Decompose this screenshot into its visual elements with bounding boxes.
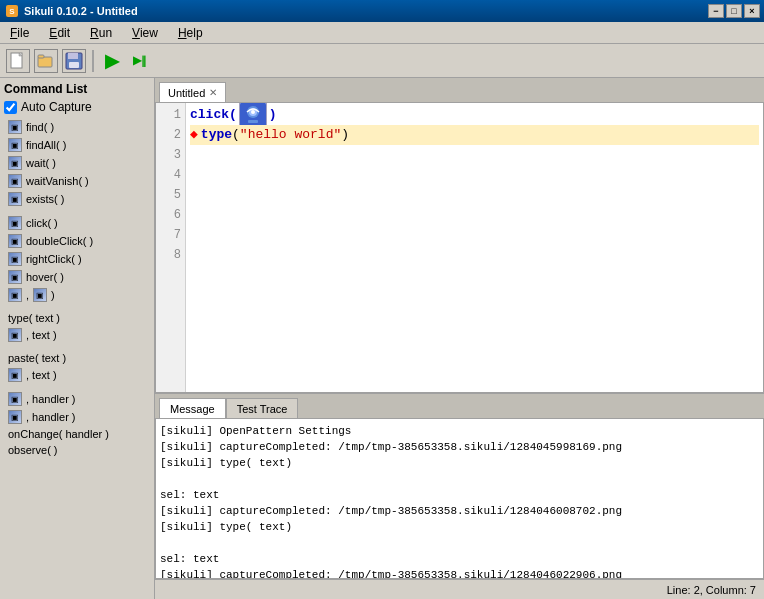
log-line-5: sel: text: [160, 487, 759, 503]
sidebar-item-onchange[interactable]: onChange( handler ): [4, 426, 150, 442]
doubleclick-icon: ▣: [8, 234, 22, 248]
code-line-2: ◆ type("hello world"): [190, 125, 759, 145]
tab-label: Untitled: [168, 87, 205, 99]
menu-help[interactable]: Help: [172, 24, 209, 42]
svg-text:S: S: [9, 7, 15, 16]
sidebar-item-onappear[interactable]: ▣ , handler ): [4, 390, 150, 408]
log-line-1: [sikuli] OpenPattern Settings: [160, 423, 759, 439]
sidebar-item-paste-text[interactable]: paste( text ): [4, 350, 150, 366]
code-line-1: click( ): [190, 105, 759, 125]
log-line-2: [sikuli] captureCompleted: /tmp/tmp-3856…: [160, 439, 759, 455]
sidebar: Command List Auto Capture ▣ find( ) ▣ fi…: [0, 78, 155, 599]
log-tab-testtrace[interactable]: Test Trace: [226, 398, 299, 418]
minimize-button[interactable]: −: [708, 4, 724, 18]
sidebar-type-img-label: , text ): [26, 329, 57, 341]
sidebar-item-type-text[interactable]: type( text ): [4, 310, 150, 326]
code-type-string: "hello world": [240, 125, 341, 145]
window-title: Sikuli 0.10.2 - Untitled: [24, 5, 138, 17]
tab-close-icon[interactable]: ✕: [209, 87, 217, 98]
sidebar-waitvanish-label: waitVanish( ): [26, 175, 89, 187]
sidebar-item-paste-img[interactable]: ▣ , text ): [4, 366, 150, 384]
log-line-3: [sikuli] type( text): [160, 455, 759, 471]
log-line-10: [sikuli] captureCompleted: /tmp/tmp-3856…: [160, 567, 759, 579]
status-bar: Line: 2, Column: 7: [155, 579, 764, 599]
onappear-icon: ▣: [8, 392, 22, 406]
sidebar-item-dragdrop[interactable]: ▣ , ▣ ): [4, 286, 150, 304]
svg-point-12: [251, 110, 255, 114]
sidebar-observe-label: observe( ): [8, 444, 58, 456]
find-icon: ▣: [8, 120, 22, 134]
open-button[interactable]: [34, 49, 58, 73]
auto-capture-check[interactable]: [4, 101, 17, 114]
onvanish-icon: ▣: [8, 410, 22, 424]
log-line-8: [160, 535, 759, 551]
log-tab-message[interactable]: Message: [159, 398, 226, 418]
line-num-1: 1: [174, 105, 181, 125]
window-controls[interactable]: − □ ×: [708, 4, 760, 18]
sidebar-item-wait[interactable]: ▣ wait( ): [4, 154, 150, 172]
sidebar-item-findall[interactable]: ▣ findAll( ): [4, 136, 150, 154]
code-type-keyword: type: [201, 125, 232, 145]
code-line-3: [190, 145, 759, 165]
dragdrop-icon1: ▣: [8, 288, 22, 302]
app-icon: S: [4, 3, 20, 19]
type-img-icon: ▣: [8, 328, 22, 342]
log-content[interactable]: [sikuli] OpenPattern Settings [sikuli] c…: [155, 418, 764, 579]
line-numbers: 1 2 3 4 5 6 7 8: [156, 103, 186, 392]
menu-bar: File Edit Run View Help: [0, 22, 764, 44]
sidebar-item-rightclick[interactable]: ▣ rightClick( ): [4, 250, 150, 268]
save-button[interactable]: [62, 49, 86, 73]
waitvanish-icon: ▣: [8, 174, 22, 188]
sidebar-item-doubleclick[interactable]: ▣ doubleClick( ): [4, 232, 150, 250]
new-button[interactable]: [6, 49, 30, 73]
editor-panel: Untitled ✕ 1 2 3 4 5 6 7 8: [155, 78, 764, 394]
editor-tab-untitled[interactable]: Untitled ✕: [159, 82, 226, 102]
code-editor[interactable]: 1 2 3 4 5 6 7 8 click(: [155, 102, 764, 393]
code-type-close: ): [341, 125, 349, 145]
hover-icon: ▣: [8, 270, 22, 284]
sidebar-hover-label: hover( ): [26, 271, 64, 283]
sidebar-item-find[interactable]: ▣ find( ): [4, 118, 150, 136]
sidebar-title: Command List: [4, 82, 150, 96]
sidebar-onvanish-label: , handler ): [26, 411, 76, 423]
sidebar-exists-label: exists( ): [26, 193, 65, 205]
title-bar: S Sikuli 0.10.2 - Untitled − □ ×: [0, 0, 764, 22]
sidebar-rightclick-label: rightClick( ): [26, 253, 82, 265]
toolbar-separator-1: [92, 50, 94, 72]
sidebar-item-hover[interactable]: ▣ hover( ): [4, 268, 150, 286]
toolbar: ▶ ▶‖: [0, 44, 764, 78]
log-line-7: [sikuli] type( text): [160, 519, 759, 535]
code-line-5: [190, 185, 759, 205]
sidebar-findall-label: findAll( ): [26, 139, 66, 151]
sidebar-item-click[interactable]: ▣ click( ): [4, 214, 150, 232]
log-tab-bar: Message Test Trace: [155, 394, 764, 418]
sidebar-item-onvanish[interactable]: ▣ , handler ): [4, 408, 150, 426]
code-line-6: [190, 205, 759, 225]
paste-img-icon: ▣: [8, 368, 22, 382]
menu-edit[interactable]: Edit: [43, 24, 76, 42]
code-type-paren: (: [232, 125, 240, 145]
maximize-button[interactable]: □: [726, 4, 742, 18]
wait-icon: ▣: [8, 156, 22, 170]
line-num-2: 2: [174, 125, 181, 145]
menu-run[interactable]: Run: [84, 24, 118, 42]
sidebar-item-type-img[interactable]: ▣ , text ): [4, 326, 150, 344]
log-line-4: [160, 471, 759, 487]
sidebar-item-waitvanish[interactable]: ▣ waitVanish( ): [4, 172, 150, 190]
editor-tab-bar: Untitled ✕: [155, 78, 764, 102]
code-line-4: [190, 165, 759, 185]
sidebar-click-label: click( ): [26, 217, 58, 229]
sidebar-item-exists[interactable]: ▣ exists( ): [4, 190, 150, 208]
menu-view[interactable]: View: [126, 24, 164, 42]
line-num-4: 4: [174, 165, 181, 185]
run-slow-button[interactable]: ▶‖: [128, 49, 152, 73]
menu-file[interactable]: File: [4, 24, 35, 42]
auto-capture-checkbox[interactable]: Auto Capture: [4, 100, 150, 114]
sidebar-paste-img-label: , text ): [26, 369, 57, 381]
code-content[interactable]: click( ): [186, 103, 763, 392]
run-button[interactable]: ▶: [100, 49, 124, 73]
close-button[interactable]: ×: [744, 4, 760, 18]
sidebar-dragdrop-label2: ): [51, 289, 55, 301]
line-num-3: 3: [174, 145, 181, 165]
sidebar-item-observe[interactable]: observe( ): [4, 442, 150, 458]
